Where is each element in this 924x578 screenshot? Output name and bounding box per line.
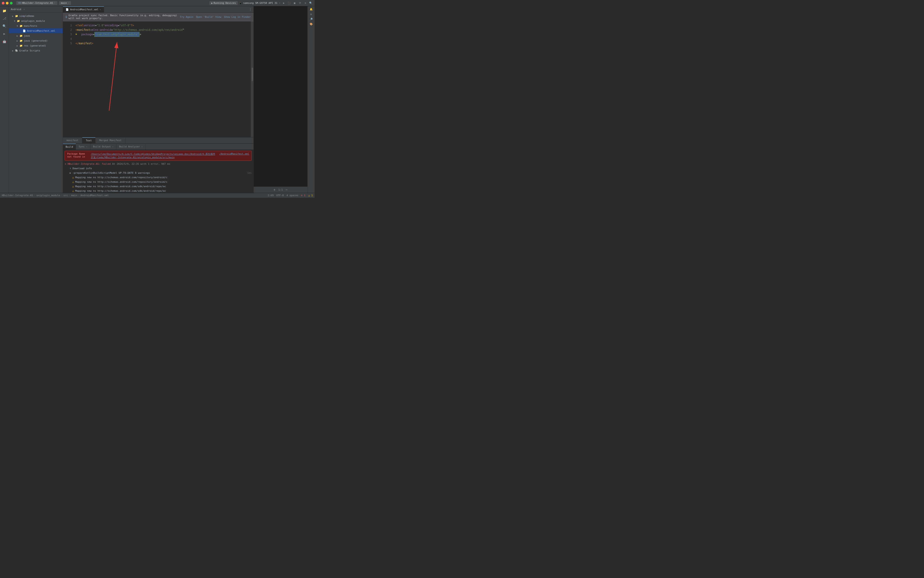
editor-area: 📄 AndroidManifest.xml ✕ ⋮ ℹ Gradle proje… — [63, 6, 253, 193]
code-content[interactable]: <?xml version="1.0" encoding="utf-8" ?> … — [74, 21, 251, 137]
warning-banner: ℹ Gradle project sync failed. Basic func… — [63, 13, 253, 21]
build-line-prepare: ▶ :prepareKotlinBuildScriptModel UP-TO-D… — [63, 172, 253, 176]
zoom-out-icon[interactable]: − — [284, 188, 289, 192]
android-icon[interactable]: 🤖 — [1, 38, 8, 45]
layout-icon[interactable]: ⊞ — [309, 12, 313, 16]
code-line-1: <?xml version="1.0" encoding="utf-8" ?> — [76, 23, 251, 28]
open-build-view-link[interactable]: Open 'Build' View — [196, 16, 221, 18]
build-output[interactable]: ✕ HBuilder-Integrate-AS: failed At 2024/… — [63, 162, 253, 193]
tab-label: AndroidManifest.xml — [70, 8, 99, 11]
title-bar-right: ▶ Running Devices 📱 samsung SM-G9750 API… — [209, 1, 313, 5]
breadcrumb-main: main — [71, 194, 77, 197]
main-layout: 📁 ⎇ 🔍 ▶ 🤖 Android ▾ ▶ 📁 simpleDemo ▼ 📁 u… — [0, 6, 314, 193]
error-path-link[interactable]: /Users/lee/Documents/A-Lee/C-Code/@Codes… — [91, 153, 218, 159]
cursor-position: 2:69 — [267, 194, 274, 197]
breadcrumb-file: AndroidManifest.xml — [81, 194, 109, 197]
palette-icon[interactable]: 🎨 — [309, 22, 313, 26]
code-editor[interactable]: 1 2 3 4 5 <?xml version="1.0" encoding="… — [63, 21, 253, 137]
svg-line-1 — [109, 42, 117, 111]
left-icon-bar: 📁 ⎇ 🔍 ▶ 🤖 — [0, 6, 9, 193]
tree-item-gradle[interactable]: ▶ 🐘 Gradle Scripts — [9, 48, 63, 53]
title-bar-icons: ▶ ⬛ ■ ⟳ ⚙ 🔍 — [282, 1, 313, 5]
error-highlight-box: Package Name not found in /Users/lee/Doc… — [65, 151, 252, 161]
tab-manifest[interactable]: manifest — [63, 137, 82, 143]
traffic-lights — [2, 2, 13, 5]
warning-banner-icon: ℹ — [66, 15, 67, 19]
title-bar: HB HBuilder-Integrate-AS ▾ main ▾ ▶ Runn… — [0, 0, 314, 6]
tree-header: Android ▾ — [9, 6, 63, 13]
bottom-tab-build[interactable]: Build — [63, 144, 76, 150]
sync-icon[interactable]: ⟳ — [298, 1, 302, 5]
tab-merged-manifest[interactable]: Merged Manifest — [96, 137, 125, 143]
branch-label: main — [61, 2, 67, 5]
tree-item-uniplugin[interactable]: ▼ 📁 uniplugin_module — [9, 18, 63, 23]
error-file-link[interactable]: /AndroidManifest.xml — [220, 153, 249, 155]
zoom-in-icon[interactable]: + — [272, 188, 277, 192]
device-name-text: samsung SM-G9750 API 31 — [243, 2, 277, 5]
minimize-button[interactable] — [6, 2, 8, 5]
app-title[interactable]: HB HBuilder-Integrate-AS ▾ — [16, 1, 57, 5]
build-line-w2: △ Mapping new ns http://schemas.android.… — [63, 180, 253, 185]
running-devices-text: Running Devices — [214, 2, 236, 5]
find-icon[interactable]: 🔍 — [1, 23, 8, 30]
encoding-label: UTF-8 — [276, 194, 284, 197]
editor-scrollbar[interactable] — [251, 21, 253, 137]
stop-icon[interactable]: ■ — [293, 1, 297, 5]
buildoutput-close-icon[interactable]: ✕ — [112, 145, 113, 148]
tree-item-manifests[interactable]: ▼ 📁 manifests — [9, 23, 63, 28]
tab-text[interactable]: Text — [82, 137, 96, 143]
search-icon[interactable]: 🔍 — [309, 1, 313, 5]
project-tree: Android ▾ ▶ 📁 simpleDemo ▼ 📁 uniplugin_m… — [9, 6, 63, 193]
zoom-level: 1:1 — [279, 188, 283, 191]
running-devices-label[interactable]: ▶ Running Devices — [209, 1, 238, 5]
tab-spacer — [104, 6, 247, 12]
breadcrumb-module: uniplugin_module — [36, 194, 60, 197]
bottom-tab-buildoutput[interactable]: Build Output ✕ — [90, 144, 117, 150]
right-panel: + 1:1 − — [253, 6, 307, 193]
tab-bar: 📄 AndroidManifest.xml ✕ ⋮ — [63, 6, 253, 13]
tree-item-res-gen[interactable]: ▶ 📁 res (generated) — [9, 43, 63, 48]
line-numbers: 1 2 3 4 5 — [63, 21, 74, 137]
app-name-label: HBuilder-Integrate-AS — [22, 2, 53, 5]
run-sidebar-icon[interactable]: ▶ — [1, 30, 8, 37]
sync-close-icon[interactable]: ✕ — [86, 145, 88, 148]
run-icon[interactable]: ▶ — [282, 1, 286, 5]
code-line-4 — [76, 37, 251, 41]
notifications-icon[interactable]: 🔔 — [309, 7, 313, 11]
buildanalyzer-close-icon[interactable]: ✕ — [141, 145, 143, 148]
device-name-label: 📱 samsung SM-G9750 API 31 ▾ — [239, 2, 280, 5]
tree-item-simpleDemo[interactable]: ▶ 📁 simpleDemo — [9, 13, 63, 18]
build-line-download: ⬇ Download info — [63, 167, 253, 172]
build-line-w1: △ Mapping new ns http://schemas.android.… — [63, 176, 253, 180]
inspect-icon[interactable]: 🔎 — [309, 17, 313, 21]
bottom-tabs: Build Sync ✕ Build Output ✕ Build Analyz… — [63, 144, 253, 150]
tab-androidmanifest[interactable]: 📄 AndroidManifest.xml ✕ — [63, 6, 104, 12]
build-line-failed: ✕ HBuilder-Integrate-AS: failed At 2024/… — [63, 162, 253, 167]
status-left: HBuilder-Integrate-AS › uniplugin_module… — [2, 194, 265, 197]
breadcrumb-app: HBuilder-Integrate-AS — [2, 194, 33, 197]
tree-item-java-gen[interactable]: ▶ 📁 java (generated) — [9, 38, 63, 43]
breadcrumb: HBuilder-Integrate-AS › uniplugin_module… — [2, 194, 109, 197]
bottom-tab-sync[interactable]: Sync ✕ — [76, 144, 90, 150]
settings-icon[interactable]: ⚙ — [303, 1, 307, 5]
right-icon-bar: 🔔 ⊞ 🔎 🎨 — [307, 6, 314, 193]
code-line-3: ⚑ package="com.test.uniplugin_module"> — [76, 32, 251, 37]
vcs-icon[interactable]: ⎇ — [1, 15, 8, 22]
maximize-button[interactable] — [10, 2, 13, 5]
project-icon[interactable]: 📁 — [1, 7, 8, 15]
build-line-w4: △ Mapping new ns http://schemas.android.… — [63, 190, 253, 193]
warning-banner-text: Gradle project sync failed. Basic functi… — [68, 14, 178, 20]
code-line-2: <manifest xmlns:android="http://schemas.… — [76, 28, 251, 32]
tab-close-icon[interactable]: ✕ — [100, 8, 101, 11]
tree-content[interactable]: ▶ 📁 simpleDemo ▼ 📁 uniplugin_module ▼ 📁 … — [9, 13, 63, 193]
try-again-link[interactable]: Try Again — [180, 16, 193, 18]
tree-item-java[interactable]: ▶ 📁 java — [9, 33, 63, 38]
tree-item-androidmanifest[interactable]: 📄 AndroidManifest.xml — [9, 28, 63, 33]
tab-menu-button[interactable]: ⋮ — [247, 6, 253, 12]
show-log-link[interactable]: Show Log in Finder — [224, 16, 251, 18]
debug-icon[interactable]: ⬛ — [287, 1, 291, 5]
bottom-tab-buildanalyzer[interactable]: Build Analyzer ✕ — [117, 144, 146, 150]
close-button[interactable] — [2, 2, 5, 5]
scrollbar-thumb[interactable] — [252, 68, 253, 81]
branch-selector[interactable]: main ▾ — [59, 1, 71, 5]
